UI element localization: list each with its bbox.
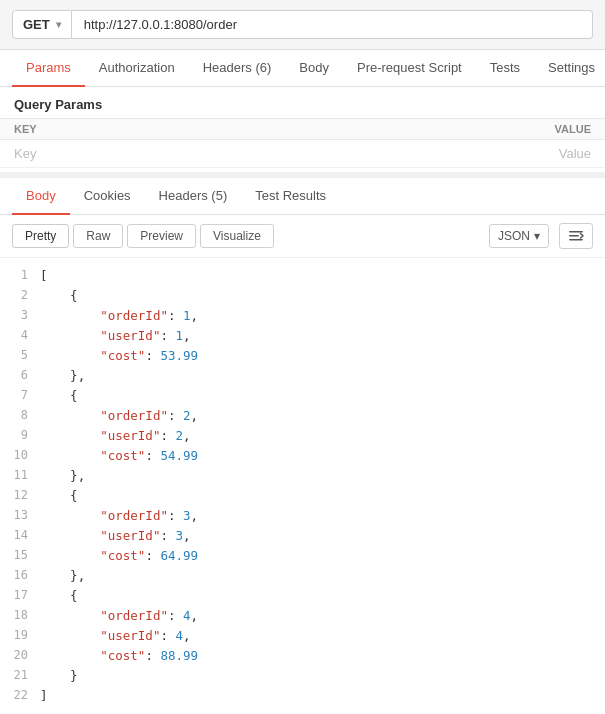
key-column-header: KEY (0, 119, 266, 140)
line-content: "userId": 4, (40, 626, 605, 646)
json-key: "cost" (100, 548, 145, 563)
tab-settings[interactable]: Settings (534, 50, 605, 87)
response-tab-headers[interactable]: Headers (5) (145, 178, 242, 215)
format-pretty[interactable]: Pretty (12, 224, 69, 248)
line-content: }, (40, 366, 605, 386)
line-content: "orderId": 3, (40, 506, 605, 526)
svg-rect-2 (569, 239, 583, 241)
json-line: 15 "cost": 64.99 (0, 546, 605, 566)
json-line: 12 { (0, 486, 605, 506)
json-value: 4 (183, 608, 191, 623)
line-number: 15 (0, 546, 40, 565)
json-value: 4 (176, 628, 184, 643)
response-tab-body[interactable]: Body (12, 178, 70, 215)
value-placeholder[interactable]: Value (266, 140, 605, 168)
json-comma: , (191, 608, 199, 623)
line-content: "userId": 2, (40, 426, 605, 446)
json-colon: : (168, 408, 183, 423)
line-number: 21 (0, 666, 40, 685)
line-content: ] (40, 686, 605, 706)
format-preview[interactable]: Preview (127, 224, 196, 248)
json-colon: : (160, 328, 175, 343)
line-content: "orderId": 4, (40, 606, 605, 626)
params-table: KEY VALUE Key Value (0, 118, 605, 168)
params-empty-row: Key Value (0, 140, 605, 168)
json-comma: , (191, 408, 199, 423)
method-chevron: ▾ (56, 19, 61, 30)
line-number: 18 (0, 606, 40, 625)
svg-rect-1 (569, 235, 579, 237)
json-line: 20 "cost": 88.99 (0, 646, 605, 666)
json-line: 14 "userId": 3, (0, 526, 605, 546)
json-key: "orderId" (100, 608, 168, 623)
line-number: 11 (0, 466, 40, 485)
line-content: "userId": 1, (40, 326, 605, 346)
tab-authorization[interactable]: Authorization (85, 50, 189, 87)
line-content: "cost": 54.99 (40, 446, 605, 466)
line-content: }, (40, 466, 605, 486)
line-number: 8 (0, 406, 40, 425)
json-colon: : (168, 508, 183, 523)
tab-params[interactable]: Params (12, 50, 85, 87)
json-body: 1[2 {3 "orderId": 1,4 "userId": 1,5 "cos… (0, 258, 605, 714)
line-content: { (40, 486, 605, 506)
method-label: GET (23, 17, 50, 32)
line-number: 13 (0, 506, 40, 525)
json-line: 18 "orderId": 4, (0, 606, 605, 626)
line-content: { (40, 386, 605, 406)
tab-headers[interactable]: Headers (6) (189, 50, 286, 87)
wrap-button[interactable] (559, 223, 593, 249)
json-colon: : (145, 548, 160, 563)
json-colon: : (160, 628, 175, 643)
json-line: 2 { (0, 286, 605, 306)
json-value: 3 (176, 528, 184, 543)
json-comma: , (191, 308, 199, 323)
line-number: 1 (0, 266, 40, 285)
json-key: "cost" (100, 648, 145, 663)
line-number: 10 (0, 446, 40, 465)
svg-rect-0 (569, 231, 583, 233)
format-raw[interactable]: Raw (73, 224, 123, 248)
json-value: 1 (176, 328, 184, 343)
json-format-select[interactable]: JSON ▾ (489, 224, 549, 248)
json-format-label: JSON (498, 229, 530, 243)
json-value: 2 (176, 428, 184, 443)
json-line: 1[ (0, 266, 605, 286)
line-content: "cost": 53.99 (40, 346, 605, 366)
json-comma: , (183, 528, 191, 543)
line-number: 20 (0, 646, 40, 665)
line-number: 3 (0, 306, 40, 325)
json-line: 7 { (0, 386, 605, 406)
json-colon: : (168, 308, 183, 323)
key-placeholder[interactable]: Key (0, 140, 266, 168)
format-visualize[interactable]: Visualize (200, 224, 274, 248)
json-line: 9 "userId": 2, (0, 426, 605, 446)
json-value: 54.99 (160, 448, 198, 463)
json-line: 22] (0, 686, 605, 706)
json-line: 10 "cost": 54.99 (0, 446, 605, 466)
line-content: "cost": 88.99 (40, 646, 605, 666)
json-value: 88.99 (160, 648, 198, 663)
line-number: 6 (0, 366, 40, 385)
tab-body[interactable]: Body (285, 50, 343, 87)
tab-prerequest[interactable]: Pre-request Script (343, 50, 476, 87)
line-content: "orderId": 2, (40, 406, 605, 426)
json-value: 64.99 (160, 548, 198, 563)
url-input[interactable] (72, 10, 593, 39)
body-toolbar: Pretty Raw Preview Visualize JSON ▾ (0, 215, 605, 258)
method-select[interactable]: GET ▾ (12, 10, 72, 39)
line-number: 17 (0, 586, 40, 605)
json-colon: : (145, 648, 160, 663)
json-colon: : (160, 428, 175, 443)
response-tab-cookies[interactable]: Cookies (70, 178, 145, 215)
line-content: }, (40, 566, 605, 586)
json-key: "cost" (100, 348, 145, 363)
line-content: "cost": 64.99 (40, 546, 605, 566)
response-tab-testresults[interactable]: Test Results (241, 178, 340, 215)
line-number: 9 (0, 426, 40, 445)
json-chevron: ▾ (534, 229, 540, 243)
json-colon: : (145, 348, 160, 363)
json-colon: : (160, 528, 175, 543)
json-line: 3 "orderId": 1, (0, 306, 605, 326)
tab-tests[interactable]: Tests (476, 50, 534, 87)
